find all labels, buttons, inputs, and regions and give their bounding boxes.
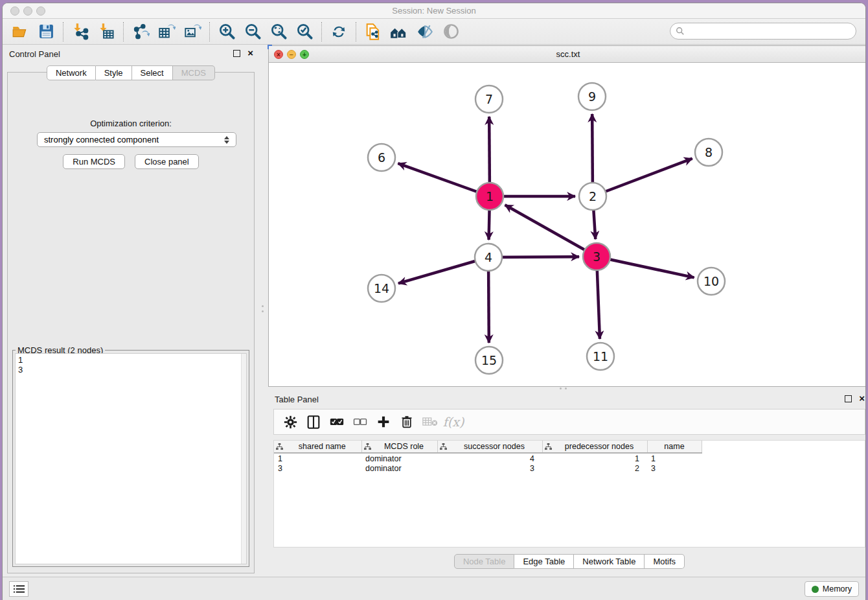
open-file-icon[interactable]: [9, 22, 31, 41]
main-title-bar: Session: New Session: [3, 3, 865, 19]
delete-table-icon: [420, 413, 440, 431]
graph-node-label: 11: [593, 349, 608, 363]
deselect-all-icon[interactable]: [350, 413, 370, 431]
memory-button[interactable]: Memory: [805, 581, 859, 597]
zoom-out-icon[interactable]: [242, 22, 264, 41]
col-header-name[interactable]: name: [647, 441, 702, 453]
zoom-in-icon[interactable]: [216, 22, 238, 41]
zoom-selected-icon[interactable]: [293, 22, 315, 41]
task-history-button[interactable]: [9, 581, 29, 597]
graph-node-label: 3: [593, 249, 600, 264]
column-type-icon: [364, 443, 371, 450]
zoom-fit-icon[interactable]: [268, 22, 290, 41]
first-neighbors-icon[interactable]: [388, 22, 410, 41]
network-window-title: scc.txt: [269, 49, 866, 59]
table-row[interactable]: 1dominator411: [274, 453, 702, 463]
vertical-splitter[interactable]: [261, 305, 264, 314]
table-settings-icon[interactable]: [280, 413, 300, 431]
table-panel-title: Table Panel: [275, 395, 319, 404]
tab-node-table[interactable]: Node Table: [454, 554, 515, 569]
node-table: shared name MCDS role successor nodes pr…: [273, 440, 865, 548]
network-view-window: × − + scc.txt 1234678910111415: [268, 45, 866, 387]
split-view-icon[interactable]: [304, 413, 323, 431]
network-canvas[interactable]: 1234678910111415: [269, 63, 866, 386]
result-scrollbar[interactable]: [241, 354, 246, 564]
graph-edge-2-8[interactable]: [593, 159, 692, 196]
criterion-dropdown[interactable]: strongly connected component: [37, 132, 236, 147]
export-network-icon[interactable]: [130, 22, 152, 41]
graph-edge-1-6[interactable]: [398, 163, 490, 196]
table-panel-close-button[interactable]: ×: [859, 393, 865, 404]
import-network-icon[interactable]: [69, 22, 91, 41]
toolbar-separator: [63, 22, 63, 41]
tab-style[interactable]: Style: [96, 65, 132, 80]
main-toolbar: [3, 19, 865, 45]
export-image-icon[interactable]: [181, 22, 203, 41]
control-panel-tabs: Network Style Select MCDS: [3, 65, 259, 80]
tab-mcds[interactable]: MCDS: [173, 65, 215, 80]
refresh-icon[interactable]: [328, 22, 350, 41]
control-panel-header: Control Panel ×: [3, 45, 259, 62]
table-panel-float-button[interactable]: [845, 395, 852, 402]
table-cell[interactable]: dominator: [361, 463, 437, 474]
delete-column-icon[interactable]: [397, 413, 417, 431]
table-cell[interactable]: dominator: [361, 453, 437, 463]
table-cell[interactable]: 4: [437, 453, 542, 463]
select-all-icon[interactable]: [327, 413, 347, 431]
table-cell[interactable]: 2: [542, 463, 647, 474]
dropdown-stepper-icon: [224, 136, 229, 144]
network-window-title-bar[interactable]: × − + scc.txt: [269, 46, 866, 63]
col-header-shared-name[interactable]: shared name: [274, 441, 361, 453]
show-style-icon[interactable]: [414, 22, 436, 41]
table-cell[interactable]: 1: [647, 453, 702, 463]
control-panel-float-button[interactable]: [233, 50, 240, 57]
table-tabs: Node Table Edge Table Network Table Moti…: [268, 554, 866, 569]
graph-edge-3-1[interactable]: [505, 205, 597, 257]
toolbar-separator: [123, 22, 124, 41]
search-box[interactable]: [670, 23, 856, 40]
col-header-mcds-role[interactable]: MCDS role: [361, 441, 437, 453]
network-graph: 1234678910111415: [269, 63, 866, 386]
table-cell[interactable]: 1: [542, 453, 647, 463]
close-panel-button[interactable]: Close panel: [135, 154, 199, 169]
tab-network-table[interactable]: Network Table: [574, 554, 645, 569]
search-input[interactable]: [688, 27, 856, 36]
tab-network[interactable]: Network: [47, 65, 96, 80]
mcds-result-text[interactable]: 1 3: [15, 353, 247, 564]
tab-edge-table[interactable]: Edge Table: [514, 554, 574, 569]
run-mcds-button[interactable]: Run MCDS: [63, 154, 125, 169]
table-cell[interactable]: 1: [274, 453, 361, 463]
col-header-successor-nodes[interactable]: successor nodes: [437, 441, 542, 453]
col-header-predecessor-nodes[interactable]: predecessor nodes: [542, 441, 647, 453]
horizontal-splitter[interactable]: [560, 387, 569, 390]
import-table-icon[interactable]: [95, 22, 117, 41]
memory-status-icon: [812, 586, 819, 593]
toolbar-separator: [209, 22, 210, 41]
memory-label: Memory: [823, 584, 852, 594]
graph-edge-3-10[interactable]: [597, 257, 694, 277]
window-title: Session: New Session: [3, 6, 865, 16]
graph-node-label: 9: [588, 89, 596, 104]
graph-node-label: 2: [589, 189, 597, 203]
graph-node-label: 8: [705, 145, 713, 159]
table-row[interactable]: 3dominator323: [274, 463, 702, 474]
tab-select[interactable]: Select: [132, 65, 173, 80]
node-table-grid: shared name MCDS role successor nodes pr…: [274, 441, 702, 474]
table-cell[interactable]: 3: [274, 463, 361, 474]
clone-network-icon[interactable]: [362, 22, 384, 41]
save-session-icon[interactable]: [35, 22, 57, 41]
graph-node-label: 10: [703, 274, 719, 288]
column-type-icon: [545, 443, 552, 450]
control-panel-close-button[interactable]: ×: [247, 47, 253, 59]
toolbar-separator: [356, 22, 356, 41]
add-column-icon[interactable]: [374, 413, 393, 431]
app-window: Session: New Session: [2, 3, 866, 600]
export-table-icon[interactable]: [155, 22, 177, 41]
tab-motifs[interactable]: Motifs: [645, 554, 685, 569]
graph-node-label: 1: [486, 189, 494, 203]
criterion-dropdown-value: strongly connected component: [44, 135, 159, 144]
table-cell[interactable]: 3: [437, 463, 542, 474]
table-cell[interactable]: 3: [647, 463, 702, 474]
status-bar: Memory: [3, 577, 865, 600]
show-hide-graphics-icon[interactable]: [440, 22, 462, 41]
